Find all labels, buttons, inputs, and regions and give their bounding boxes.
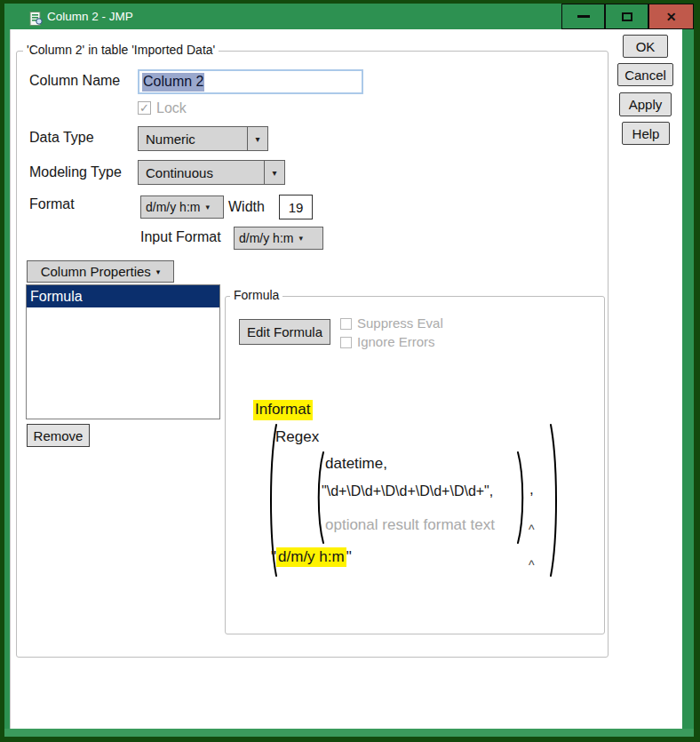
chevron-down-icon: ▾ (264, 161, 284, 184)
insertion-caret: ^ (529, 523, 535, 537)
window-frame-left (4, 29, 10, 737)
formula-function-regex: Regex (275, 428, 319, 446)
column-name-selected-text: Column 2 (142, 73, 204, 92)
input-format-value: d/m/y h:m (239, 231, 293, 245)
close-icon: ✕ (666, 10, 677, 24)
formula-function-informat: Informat (253, 400, 313, 420)
lock-label: Lock (156, 100, 187, 116)
format-dropdown[interactable]: d/m/y h:m ▾ (140, 195, 224, 219)
maximize-button[interactable] (605, 4, 648, 29)
modeling-type-value: Continuous (139, 161, 264, 184)
window-frame-bottom (4, 729, 694, 737)
close-button[interactable]: ✕ (648, 4, 694, 29)
remove-button[interactable]: Remove (27, 424, 90, 447)
format-label: Format (29, 196, 75, 212)
formula-arg-optional-placeholder: optional result format text (325, 516, 495, 534)
lock-checkbox: ✓ (138, 101, 151, 115)
cancel-button[interactable]: Cancel (617, 63, 673, 86)
chevron-down-icon: ▾ (298, 234, 303, 243)
column-properties-button-label: Column Properties (41, 264, 151, 279)
formula-argument-separator: , (529, 481, 534, 499)
edit-formula-button[interactable]: Edit Formula (239, 319, 330, 345)
check-icon: ✓ (139, 101, 149, 115)
jmp-app-icon (28, 12, 44, 26)
column-name-label: Column Name (29, 73, 120, 89)
input-format-label: Input Format (140, 229, 221, 245)
list-item-formula[interactable]: Formula (27, 285, 219, 307)
width-label: Width (228, 199, 265, 215)
column-properties-list[interactable]: Formula (26, 284, 220, 419)
minimize-icon (577, 15, 590, 18)
input-format-dropdown[interactable]: d/m/y h:m ▾ (234, 227, 323, 250)
close-quote: " (346, 548, 352, 565)
data-type-dropdown[interactable]: Numeric ▾ (138, 126, 268, 151)
jmp-column-dialog: Column 2 - JMP ✕ OK Cancel Apply Help 'C… (0, 0, 700, 742)
ok-button[interactable]: OK (623, 35, 668, 58)
width-input[interactable]: 19 (279, 195, 313, 219)
suppress-eval-checkbox (340, 318, 352, 330)
formula-arg-datetime: datetime, (325, 455, 387, 473)
formula-arg-result-format: "d/m/y h:m" (271, 548, 352, 566)
chevron-down-icon: ▾ (247, 127, 267, 150)
data-type-value: Numeric (139, 127, 247, 150)
format-value: d/m/y h:m (146, 200, 200, 214)
maximize-icon (622, 12, 632, 21)
formula-arg-regex-pattern: "\d+\D\d+\D\d+\D\d+\D\d+", (322, 483, 493, 499)
window-frame-right (682, 29, 694, 737)
data-type-label: Data Type (29, 130, 94, 146)
window-title: Column 2 - JMP (47, 4, 133, 29)
chevron-down-icon: ▾ (156, 267, 161, 276)
apply-button[interactable]: Apply (619, 92, 672, 116)
ignore-errors-checkbox (340, 337, 352, 348)
outer-close-paren (550, 423, 561, 578)
insertion-caret: ^ (529, 558, 535, 572)
suppress-eval-label: Suppress Eval (357, 315, 443, 331)
inner-close-paren (517, 451, 527, 545)
column-properties-button[interactable]: Column Properties ▾ (27, 260, 174, 283)
ignore-errors-label: Ignore Errors (357, 334, 435, 349)
minimize-button[interactable] (561, 4, 605, 29)
column-settings-groupbox-title: 'Column 2' in table 'Imported Data' (23, 43, 219, 57)
chevron-down-icon: ▾ (205, 203, 210, 211)
help-button[interactable]: Help (622, 122, 670, 145)
modeling-type-dropdown[interactable]: Continuous ▾ (138, 160, 285, 185)
modeling-type-label: Modeling Type (29, 164, 122, 180)
column-name-input[interactable]: Column 2 (138, 69, 363, 94)
result-format-highlighted: d/m/y h:m (276, 547, 346, 567)
formula-groupbox-title: Formula (230, 288, 282, 302)
